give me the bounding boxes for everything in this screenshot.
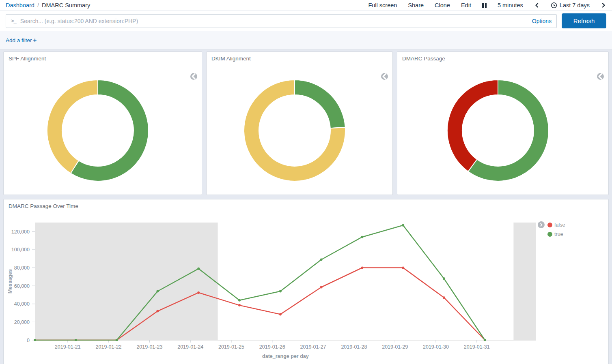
- svg-text:2019-01-24: 2019-01-24: [177, 344, 203, 350]
- svg-text:Messages: Messages: [7, 269, 13, 293]
- top-navigation-bar: Dashboard / DMARC Summary Full screen Sh…: [0, 0, 612, 11]
- dmarc-donut-chart[interactable]: [397, 62, 608, 195]
- spf-donut-vis: [4, 62, 202, 195]
- legend-dot-red: [547, 223, 552, 227]
- spf-donut-chart[interactable]: [4, 62, 202, 195]
- panel-dkim-alignment: DKIM Alignment: [206, 51, 393, 195]
- legend-label: true: [554, 231, 563, 237]
- svg-text:120,000: 120,000: [11, 229, 30, 235]
- panel-spf-allignment: SPF Allignment: [3, 51, 202, 195]
- add-filter-link[interactable]: Add a filter+: [6, 37, 37, 43]
- svg-text:80,000: 80,000: [14, 265, 30, 271]
- full-screen-button[interactable]: Full screen: [368, 2, 397, 9]
- svg-text:2019-01-23: 2019-01-23: [136, 344, 162, 350]
- panel-dmarc-passage-over-time: DMARC Passage Over Time 020,00040,00060,…: [3, 199, 609, 364]
- svg-text:date_range per day: date_range per day: [262, 353, 309, 359]
- svg-text:2019-01-22: 2019-01-22: [96, 344, 122, 350]
- panel-title: SPF Allignment: [4, 52, 202, 62]
- panel-title: DMARC Passage: [397, 52, 608, 62]
- clone-button[interactable]: Clone: [435, 2, 450, 9]
- legend-item-true[interactable]: true: [547, 231, 565, 237]
- time-back-chevron-icon[interactable]: [534, 2, 540, 8]
- legend-collapse-button[interactable]: [597, 73, 604, 80]
- edit-button[interactable]: Edit: [461, 2, 471, 9]
- svg-text:2019-01-21: 2019-01-21: [55, 344, 81, 350]
- chevron-right-icon: [539, 223, 543, 227]
- dashboard-menu: Full screen Share Clone Edit 5 minutes L…: [368, 2, 606, 9]
- svg-text:2019-01-31: 2019-01-31: [464, 344, 490, 350]
- svg-text:0: 0: [27, 338, 30, 343]
- time-forward-chevron-icon[interactable]: [601, 2, 606, 8]
- filter-bar: Add a filter+: [0, 31, 612, 49]
- dmarc-donut-vis: [397, 62, 608, 195]
- refresh-interval-button[interactable]: 5 minutes: [498, 2, 523, 9]
- chart-legend: false true: [538, 221, 565, 237]
- panel-dmarc-passage: DMARC Passage: [397, 51, 609, 195]
- svg-text:20,000: 20,000: [14, 319, 30, 325]
- query-bar: >_ Options Refresh: [0, 11, 612, 31]
- dkim-donut-chart[interactable]: [207, 62, 392, 195]
- breadcrumb-separator: /: [37, 2, 39, 9]
- legend-item-false[interactable]: false: [547, 222, 565, 228]
- breadcrumb: Dashboard / DMARC Summary: [6, 2, 90, 9]
- search-input[interactable]: [20, 18, 527, 24]
- query-options-link[interactable]: Options: [532, 18, 552, 24]
- search-bar: >_ Options: [6, 14, 557, 28]
- breadcrumb-dashboard-link[interactable]: Dashboard: [6, 2, 34, 9]
- dmarc-passage-over-time-chart[interactable]: 020,00040,00060,00080,000100,000120,0002…: [4, 199, 608, 364]
- pause-refresh-icon[interactable]: [482, 3, 487, 8]
- legend-label: false: [554, 222, 565, 228]
- svg-text:40,000: 40,000: [14, 301, 30, 307]
- time-range-picker[interactable]: Last 7 days: [551, 2, 590, 9]
- page-title: DMARC Summary: [42, 2, 90, 9]
- dashboard-grid: SPF Allignment DKIM Alignment DMARC Pass…: [0, 49, 612, 364]
- svg-text:100,000: 100,000: [11, 247, 30, 253]
- refresh-button[interactable]: Refresh: [562, 13, 606, 28]
- plus-icon: +: [33, 36, 37, 43]
- svg-text:2019-01-25: 2019-01-25: [218, 344, 244, 350]
- svg-text:2019-01-26: 2019-01-26: [259, 344, 285, 350]
- svg-text:2019-01-27: 2019-01-27: [300, 344, 326, 350]
- panel-title: DKIM Alignment: [207, 52, 392, 62]
- add-filter-label: Add a filter: [6, 37, 32, 43]
- svg-text:2019-01-28: 2019-01-28: [341, 344, 367, 350]
- share-button[interactable]: Share: [408, 2, 424, 9]
- chevron-left-icon: [597, 73, 604, 80]
- terminal-prompt-icon: >_: [11, 18, 16, 24]
- chevron-left-icon: [190, 73, 197, 80]
- clock-icon: [551, 2, 557, 9]
- legend-collapse-button[interactable]: [190, 73, 197, 80]
- svg-text:2019-01-29: 2019-01-29: [382, 344, 408, 350]
- legend-collapse-button[interactable]: [381, 73, 388, 80]
- svg-text:2019-01-30: 2019-01-30: [423, 344, 449, 350]
- legend-dot-green: [547, 232, 552, 237]
- svg-text:60,000: 60,000: [14, 283, 30, 289]
- chevron-left-icon: [381, 73, 388, 80]
- time-range-label: Last 7 days: [560, 2, 590, 9]
- dkim-donut-vis: [207, 62, 392, 195]
- legend-collapse-button[interactable]: [538, 221, 545, 228]
